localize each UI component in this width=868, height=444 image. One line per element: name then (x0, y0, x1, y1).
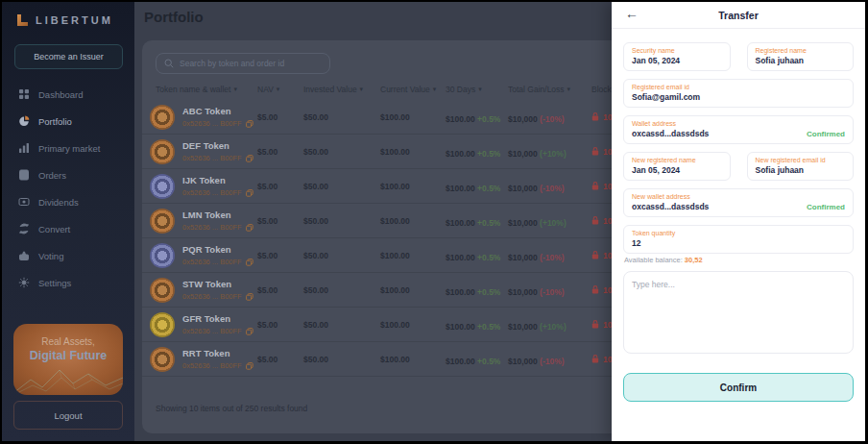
field-label: New registered name (632, 157, 722, 163)
back-arrow-icon[interactable]: ← (625, 7, 639, 20)
sidebar-item-dashboard[interactable]: Dashboard (2, 81, 134, 108)
search-box[interactable] (156, 53, 330, 74)
results-count: Showing 10 items out of 250 results foun… (156, 404, 307, 413)
invested-value: $50.00 (303, 285, 380, 295)
token-cell: PQR Token 0x52636 ... B00FF (150, 243, 257, 268)
registered-email-field[interactable]: Registered email id Sofia@gamil.com (623, 79, 854, 108)
copy-icon[interactable] (246, 224, 253, 232)
sidebar-item-primary-market[interactable]: Primary market (2, 135, 134, 161)
days30-cell: $100.00 +0.5% (446, 143, 508, 160)
invested-value: $50.00 (303, 147, 380, 157)
table-row[interactable]: STW Token 0x52636 ... B00FF $5.00 $50.00… (142, 273, 612, 308)
sidebar-item-dividends[interactable]: Dividends (2, 188, 134, 215)
sidebar-item-voting[interactable]: Voting (2, 242, 134, 269)
logout-button[interactable]: Logout (13, 401, 123, 430)
column-header[interactable]: Token name & wallet ▾ (156, 85, 257, 94)
copy-icon[interactable] (246, 328, 253, 335)
table-row[interactable]: DEF Token 0x52636 ... B00FF $5.00 $50.00… (142, 135, 612, 169)
current-value: $100.00 (380, 182, 446, 191)
sidebar-item-orders[interactable]: Orders (2, 161, 134, 188)
token-quantity-field[interactable]: Token quantity 12 (623, 225, 854, 254)
lock-icon (591, 147, 599, 156)
table-row[interactable]: PQR Token 0x52636 ... B00FF $5.00 $50.00… (142, 238, 612, 273)
sidebar-item-label: Settings (38, 278, 71, 288)
brand-logo: LIBERTUM (2, 2, 134, 27)
invested-value: $50.00 (303, 216, 380, 226)
table-body: ABC Token 0x52636 ... B00FF $5.00 $50.00… (142, 100, 612, 377)
gain-percent: (-10%) (540, 287, 565, 297)
new-registered-email-field[interactable]: New registered email id Sofia juhaan (747, 152, 855, 181)
token-name: GFR Token (182, 313, 253, 324)
new-registered-name-field[interactable]: New registered name Jan 05, 2024 (623, 152, 731, 181)
column-header[interactable]: 30 Days ▾ (446, 85, 508, 94)
token-name: RRT Token (182, 348, 253, 358)
sort-arrow-icon: ▾ (567, 86, 571, 93)
copy-icon[interactable] (246, 362, 253, 370)
registered-name-field[interactable]: Registered name Sofia juhaan (747, 42, 855, 71)
days30-value: $100.00 (446, 149, 477, 159)
available-balance: Available balance: 30,52 (624, 256, 854, 264)
gain-value: $10,000 (508, 184, 540, 193)
column-header[interactable]: Current Value ▾ (380, 85, 446, 94)
table-row[interactable]: ABC Token 0x52636 ... B00FF $5.00 $50.00… (142, 100, 612, 135)
token-cell: RRT Token 0x52636 ... B00FF (150, 347, 257, 372)
current-value: $100.00 (380, 320, 446, 330)
become-issuer-button[interactable]: Become an Issuer (14, 44, 123, 69)
sidebar-item-settings[interactable]: Settings (2, 269, 134, 296)
gain-value: $10,000 (508, 218, 540, 228)
table-row[interactable]: IJK Token 0x52636 ... B00FF $5.00 $50.00… (142, 169, 612, 204)
invested-value: $50.00 (303, 182, 380, 191)
lock-icon (591, 285, 599, 294)
gain-percent: (-10%) (540, 184, 565, 193)
blocked-value: 10,000 (603, 147, 612, 157)
nav-value: $5.00 (257, 251, 303, 260)
security-name-field[interactable]: Security name Jan 05, 2024 (623, 42, 731, 71)
table-row[interactable]: RRT Token 0x52636 ... B00FF $5.00 $50.00… (142, 342, 612, 377)
search-input[interactable] (180, 59, 322, 68)
token-icon (150, 312, 175, 337)
column-header-label: 30 Days (446, 85, 475, 94)
token-name: DEF Token (182, 140, 253, 151)
table-row[interactable]: GFR Token 0x52636 ... B00FF $5.00 $50.00… (142, 308, 612, 342)
blocked-value: 10,000 (603, 320, 612, 330)
invested-value: $50.00 (303, 112, 380, 122)
field-value: 12 (632, 238, 640, 248)
days30-cell: $100.00 +0.5% (446, 351, 508, 368)
promo-line1: Real Assets, (13, 336, 123, 347)
column-header[interactable]: Blocked ▾ (591, 85, 612, 94)
token-cell: DEF Token 0x52636 ... B00FF (150, 139, 257, 164)
token-icon (150, 209, 175, 234)
note-textarea[interactable] (623, 271, 854, 354)
sidebar-item-label: Dashboard (38, 89, 83, 100)
new-wallet-address-field[interactable]: New wallet address oxcassd...dassdsds Co… (623, 188, 854, 217)
sidebar-item-label: Portfolio (38, 116, 72, 127)
copy-icon[interactable] (246, 120, 253, 128)
sidebar-item-label: Dividends (38, 197, 79, 208)
copy-icon[interactable] (246, 155, 253, 162)
field-label: Wallet address (632, 120, 845, 127)
sidebar-item-convert[interactable]: Convert (2, 215, 134, 242)
copy-icon[interactable] (246, 293, 253, 301)
current-value: $100.00 (380, 112, 446, 122)
days30-value: $100.00 (446, 253, 477, 262)
confirm-button[interactable]: Confirm (623, 373, 854, 402)
wallet-address-field[interactable]: Wallet address oxcassd...dassdsds Confir… (623, 115, 854, 144)
balance-label: Available balance: (624, 256, 683, 264)
days30-value: $100.00 (446, 218, 477, 228)
sidebar-item-portfolio[interactable]: Portfolio (2, 108, 134, 135)
promo-banner: Real Assets, Digital Future (13, 324, 123, 395)
token-icon (150, 347, 175, 372)
copy-icon[interactable] (246, 189, 253, 197)
column-header[interactable]: Invested Value ▾ (303, 85, 380, 94)
sidebar-item-label: Orders (38, 170, 66, 181)
column-header[interactable]: Total Gain/Loss ▾ (508, 85, 591, 94)
nav-value: $5.00 (257, 147, 303, 157)
table-row[interactable]: LMN Token 0x52636 ... B00FF $5.00 $50.00… (142, 204, 612, 238)
column-header[interactable]: NAV ▾ (257, 85, 303, 94)
field-label: Registered email id (632, 84, 845, 90)
days30-value: $100.00 (446, 322, 477, 332)
token-icon (150, 174, 175, 199)
field-label: Token quantity (632, 230, 845, 236)
copy-icon[interactable] (246, 259, 253, 266)
lock-icon (591, 320, 599, 329)
